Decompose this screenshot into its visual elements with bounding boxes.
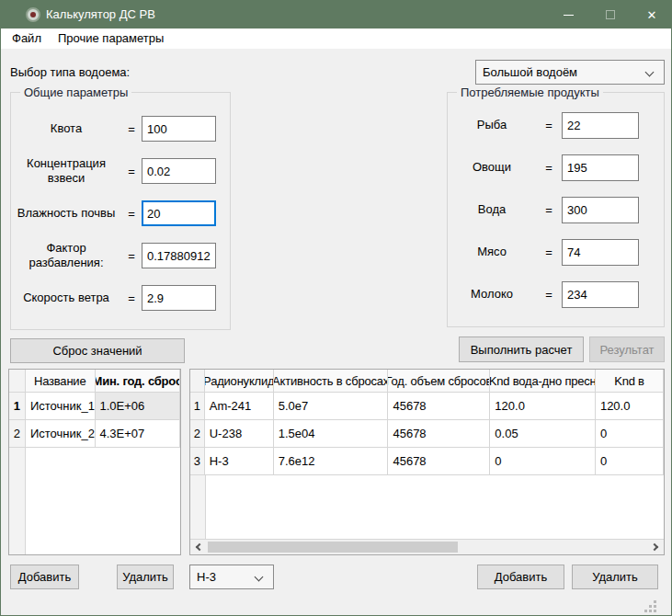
row-number-cell[interactable]: 3 — [190, 448, 205, 474]
table-cell[interactable]: H-3 — [205, 448, 274, 474]
horizontal-scrollbar[interactable] — [190, 539, 664, 554]
calculate-button[interactable]: Выполнить расчет — [459, 337, 584, 362]
table-row: 2Источник_24.3E+07 — [9, 420, 180, 448]
product-label-0: Рыба — [448, 118, 536, 132]
row-number-cell[interactable]: 2 — [190, 420, 205, 447]
water-type-combobox[interactable]: Большой водоём — [475, 60, 665, 85]
table-cell[interactable]: 45678 — [388, 393, 490, 419]
scroll-left-button[interactable] — [190, 540, 206, 554]
product-input-1[interactable] — [562, 154, 639, 181]
close-button[interactable]: ✕ — [631, 1, 672, 29]
nuclide-combobox[interactable]: Н-3 — [189, 565, 274, 589]
table-cell[interactable]: 1.5e04 — [274, 420, 389, 447]
general-input-2[interactable] — [142, 200, 216, 226]
row-number-cell[interactable]: 2 — [9, 420, 26, 447]
table-cell[interactable]: Источник_2 — [26, 420, 96, 447]
table-cell[interactable]: 0 — [596, 420, 664, 447]
sources-table[interactable]: НазваниеМин. год. сброс1Источник_11.0E+0… — [8, 369, 181, 555]
table-cell[interactable]: 5.0e7 — [274, 393, 389, 419]
table-cell[interactable]: 45678 — [388, 420, 490, 447]
general-params-fields: Квота=Концентрация взвеси=Влажность почв… — [11, 108, 230, 319]
row-number-cell[interactable]: 1 — [190, 393, 205, 419]
chevron-down-icon — [255, 573, 264, 582]
equals-sign: = — [121, 291, 142, 305]
products-groupbox: Потребляемые продукты Рыба=Овощи=Вода=Мя… — [447, 92, 665, 327]
scroll-right-button[interactable] — [648, 540, 664, 554]
minimize-button[interactable] — [547, 1, 589, 29]
table-cell[interactable]: Am-241 — [205, 393, 274, 419]
maximize-icon — [606, 10, 615, 19]
water-type-selected: Большой водоём — [483, 65, 577, 79]
add-nuclide-button[interactable]: Добавить — [477, 565, 564, 589]
products-title: Потребляемые продукты — [457, 86, 603, 99]
nuclides-table-col-header-0[interactable]: Радионуклид — [205, 370, 274, 392]
sources-table-col-header-1[interactable]: Мин. год. сброс — [96, 370, 181, 392]
product-row-2: Вода= — [448, 188, 664, 231]
table-cell[interactable]: 120.0 — [596, 393, 664, 419]
remove-source-button[interactable]: Удалить — [117, 565, 174, 589]
table-cell[interactable]: 1.0E+06 — [96, 393, 181, 419]
product-input-4[interactable] — [562, 281, 639, 308]
chevron-left-icon — [196, 543, 203, 551]
maximize-button[interactable] — [589, 1, 632, 29]
general-label-4: Скорость ветра — [11, 291, 121, 305]
general-input-4[interactable] — [142, 285, 216, 311]
product-label-2: Вода — [448, 202, 536, 217]
equals-sign: = — [536, 245, 562, 259]
general-row-4: Скорость ветра= — [11, 277, 230, 319]
product-row-4: Молоко= — [448, 273, 664, 315]
general-input-1[interactable] — [142, 158, 216, 184]
remove-nuclide-button[interactable]: Удалить — [572, 565, 658, 589]
general-input-3[interactable] — [142, 243, 216, 268]
nuclides-table-col-header-2[interactable]: Год. объем сбросов — [388, 370, 490, 392]
nuclides-table-col-header-1[interactable]: Активность в сбросах — [274, 370, 389, 392]
general-label-0: Квота — [11, 121, 121, 136]
general-row-3: Фактор разбавления:= — [11, 234, 230, 277]
close-icon: ✕ — [647, 8, 657, 22]
product-row-1: Овощи= — [448, 146, 664, 188]
nuclides-table[interactable]: РадионуклидАктивность в сбросахГод. объе… — [189, 369, 665, 555]
product-label-3: Мясо — [448, 245, 536, 259]
row-header-strip — [190, 475, 206, 539]
window-title: Калькулятор ДС РВ — [46, 1, 155, 29]
menu-item-0[interactable]: Файл — [4, 29, 50, 49]
nuclide-selected: Н-3 — [197, 570, 216, 584]
table-cell[interactable]: 0 — [490, 448, 596, 474]
nuclides-table-col-header-4[interactable]: Knd в — [596, 370, 664, 392]
product-label-1: Овощи — [448, 160, 536, 175]
menu-item-1[interactable]: Прочие параметры — [50, 29, 172, 49]
sources-table-col-header-0[interactable]: Название — [26, 370, 96, 392]
product-input-2[interactable] — [562, 197, 639, 223]
row-number-cell[interactable]: 1 — [9, 393, 26, 419]
sources-table-header: НазваниеМин. год. сброс — [9, 370, 180, 393]
table-cell[interactable]: 0.05 — [490, 420, 596, 447]
general-input-0[interactable] — [142, 116, 216, 142]
reset-values-button[interactable]: Сброс значений — [10, 338, 185, 363]
scrollbar-thumb[interactable] — [208, 542, 458, 553]
table-row: 2U-2381.5e04456780.050 — [190, 420, 664, 448]
table-cell[interactable]: U-238 — [205, 420, 274, 447]
title-bar: Калькулятор ДС РВ ✕ — [1, 1, 671, 29]
table-cell[interactable]: 45678 — [388, 448, 490, 474]
product-input-0[interactable] — [562, 112, 639, 139]
resize-grip[interactable] — [644, 600, 656, 612]
corner-cell — [9, 370, 26, 392]
table-cell[interactable]: 0 — [596, 448, 664, 474]
table-cell[interactable]: 4.3E+07 — [96, 420, 181, 447]
add-source-button[interactable]: Добавить — [10, 565, 79, 589]
minimize-icon — [564, 15, 574, 16]
general-row-2: Влажность почвы= — [11, 192, 230, 234]
general-label-2: Влажность почвы — [11, 206, 121, 221]
table-row: 3H-37.6e124567800 — [190, 448, 664, 475]
water-type-label: Выбор типа водоема: — [10, 60, 130, 85]
result-button[interactable]: Результат — [589, 337, 665, 362]
table-cell[interactable]: 120.0 — [490, 393, 596, 419]
product-row-0: Рыба= — [448, 104, 664, 146]
table-cell[interactable]: 7.6e12 — [274, 448, 389, 474]
product-input-3[interactable] — [562, 239, 639, 266]
general-label-1: Концентрация взвеси — [11, 156, 121, 185]
nuclides-table-col-header-3[interactable]: Knd вода-дно пресн — [490, 370, 596, 392]
table-cell[interactable]: Источник_1 — [26, 393, 96, 419]
chevron-down-icon — [645, 68, 655, 77]
equals-sign: = — [536, 119, 562, 132]
